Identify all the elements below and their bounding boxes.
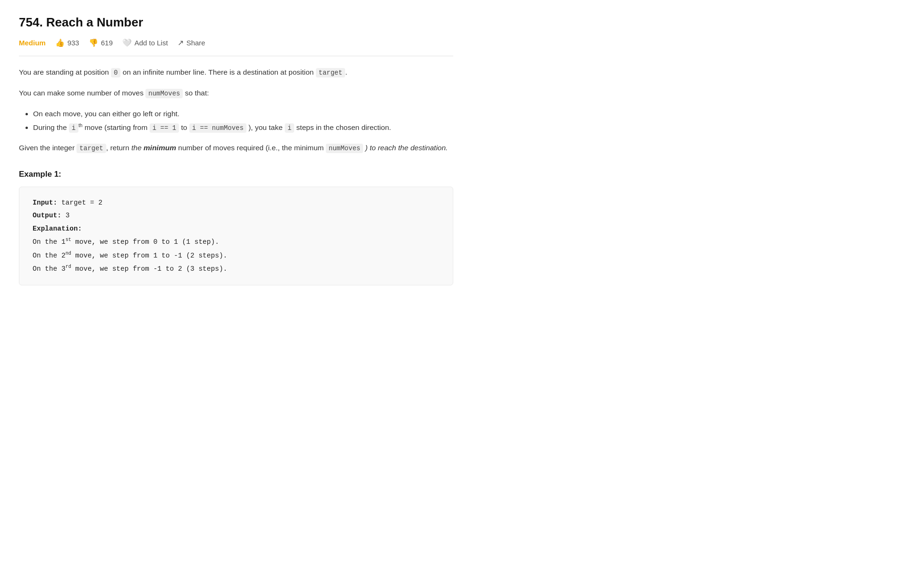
bullet-list: On each move, you can either go left or … [33,107,453,135]
example1-input-line: Input: target = 2 [33,197,440,210]
example1-output-line: Output: 3 [33,209,440,223]
code-numMoves-1: numMoves [145,89,183,98]
example1-code-block: Input: target = 2 Output: 3 Explanation:… [19,187,453,286]
input-label: Input: [33,199,57,206]
explanation-label: Explanation: [33,225,82,232]
thumbs-up-icon: 👍 [55,38,65,47]
add-to-list-button[interactable]: 🤍 Add to List [122,38,168,47]
code-zero: 0 [111,68,120,77]
example1-explanation-label-line: Explanation: [33,223,440,236]
downvote-count: 619 [101,39,113,47]
example1-explanation-line1: On the 1st move, we step from 0 to 1 (1 … [33,235,440,249]
bullet-2: During the ith move (starting from i == … [33,120,453,135]
downvote-button[interactable]: 👎 619 [89,38,113,47]
code-target-1: target [316,68,345,77]
share-button[interactable]: ↗ Share [178,38,205,47]
example1-explanation-line3: On the 3rd move, we step from -1 to 2 (3… [33,262,440,275]
output-label: Output: [33,212,61,219]
upvote-button[interactable]: 👍 933 [55,38,79,47]
description-para2: You can make some number of moves numMov… [19,86,453,100]
add-to-list-label: Add to List [135,39,168,47]
bullet-1: On each move, you can either go left or … [33,107,453,120]
share-label: Share [186,39,205,47]
heart-icon: 🤍 [122,38,132,47]
description-para3: Given the integer target, return the min… [19,141,453,155]
upvote-count: 933 [68,39,79,47]
share-icon: ↗ [178,38,184,47]
example1-title: Example 1: [19,170,453,179]
code-target-2: target [76,144,106,153]
thumbs-down-icon: 👎 [89,38,98,47]
example1-section: Example 1: Input: target = 2 Output: 3 E… [19,170,453,286]
difficulty-badge[interactable]: Medium [19,39,46,47]
meta-bar: Medium 👍 933 👎 619 🤍 Add to List ↗ Share [19,38,453,56]
description-para1: You are standing at position 0 on an inf… [19,66,453,79]
problem-title: 754. Reach a Number [19,15,453,30]
example1-explanation-line2: On the 2nd move, we step from 1 to -1 (2… [33,249,440,262]
code-numMoves-2: numMoves [326,144,363,153]
